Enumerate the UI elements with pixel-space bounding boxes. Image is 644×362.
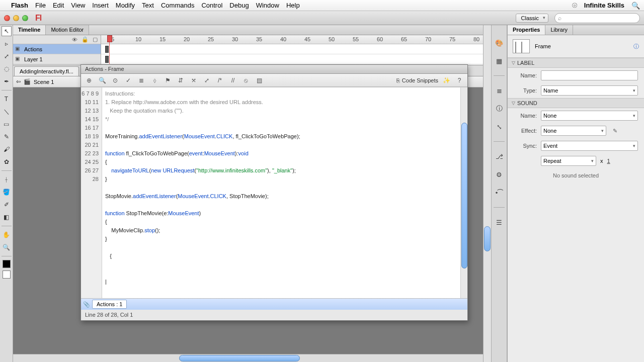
text-tool[interactable]: T (2, 94, 12, 104)
zoom-tool[interactable]: 🔍 (2, 242, 12, 252)
info-panel-icon[interactable]: ⓘ (494, 103, 505, 114)
align-panel-icon[interactable]: ≣ (494, 85, 505, 96)
pin-icon[interactable]: 📎 (83, 301, 90, 308)
scene-name[interactable]: Scene 1 (34, 79, 54, 85)
check-syntax-icon[interactable]: ✓ (123, 75, 133, 85)
frames-column[interactable]: 51015202530354045505560657075808590 (101, 35, 483, 65)
code-vertical-scrollbar[interactable] (460, 87, 467, 298)
expand-all-icon[interactable]: ⤢ (202, 75, 212, 85)
menu-text[interactable]: Text (142, 2, 154, 9)
sound-name-select[interactable]: None (541, 111, 638, 121)
menu-window[interactable]: Window (256, 2, 279, 9)
menu-debug[interactable]: Debug (229, 2, 249, 9)
sound-effect-select[interactable]: None (541, 126, 606, 136)
bone-tool[interactable]: ⟊ (2, 174, 12, 185)
menu-edit[interactable]: Edit (53, 2, 64, 9)
deco-tool[interactable]: ✿ (2, 157, 12, 167)
menu-view[interactable]: View (71, 2, 85, 9)
collapse-selection-icon[interactable]: ⤧ (189, 75, 199, 85)
help-icon[interactable]: ⓘ (633, 43, 639, 50)
account-name[interactable]: Infinite Skills (584, 2, 624, 9)
menu-control[interactable]: Control (201, 2, 222, 9)
wifi-icon[interactable]: ⦾ (572, 2, 577, 10)
selection-tool[interactable]: ↖ (2, 26, 12, 36)
color-panel-icon[interactable]: 🎨 (494, 37, 505, 48)
tab-timeline[interactable]: Timeline (13, 25, 46, 35)
layer-actions[interactable]: ▣Actions (13, 44, 101, 54)
sound-repeat-select[interactable]: Repeat (541, 156, 596, 166)
repeat-count-input[interactable]: 1 (607, 158, 610, 164)
fill-color-swatch[interactable] (3, 270, 11, 279)
close-window-button[interactable] (4, 15, 10, 21)
vertical-scrollbar[interactable] (483, 25, 491, 362)
label-type-select[interactable]: Name (541, 85, 638, 96)
debug-options-icon[interactable]: ⚑ (163, 75, 173, 85)
minimize-window-button[interactable] (13, 15, 19, 21)
lasso-tool[interactable]: ◌ (2, 64, 12, 74)
frames-row-layer1[interactable] (101, 54, 483, 64)
help-search-input[interactable] (554, 13, 640, 23)
motion-presets-icon[interactable]: •⁀ (494, 187, 505, 198)
pen-tool[interactable]: ✒ (2, 76, 12, 86)
rectangle-tool[interactable]: ▭ (2, 119, 12, 129)
scrollbar-thumb[interactable] (461, 123, 467, 268)
transform-panel-icon[interactable]: ⤡ (494, 121, 505, 132)
auto-format-icon[interactable]: ≣ (136, 75, 146, 85)
lock-icon[interactable]: 🔒 (82, 36, 89, 43)
free-transform-tool[interactable]: ⤢ (2, 51, 12, 61)
zoom-window-button[interactable] (22, 15, 28, 21)
actions-panel-title[interactable]: Actions - Frame (81, 65, 467, 74)
keyframe[interactable] (105, 56, 109, 63)
sound-sync-select[interactable]: Event (541, 141, 638, 151)
apply-line-comment-icon[interactable]: // (228, 75, 238, 85)
scrollbar-thumb[interactable] (484, 226, 491, 251)
project-panel-icon[interactable]: ☰ (494, 217, 505, 228)
paint-bucket-tool[interactable]: 🪣 (2, 187, 12, 197)
horizontal-scrollbar[interactable] (13, 354, 483, 362)
timeline-ruler[interactable]: 51015202530354045505560657075808590 (101, 35, 483, 44)
workspace-switcher[interactable]: Classic (516, 14, 548, 23)
label-name-input[interactable] (541, 70, 638, 80)
back-icon[interactable]: ⇦ (16, 78, 21, 85)
script-tab[interactable]: Actions : 1 (92, 300, 127, 309)
spotlight-icon[interactable]: 🔍 (631, 2, 640, 10)
eye-icon[interactable]: 👁 (72, 37, 77, 43)
layer-1[interactable]: ▣Layer 1 (13, 54, 101, 64)
tab-motion-editor[interactable]: Motion Editor (46, 25, 89, 35)
menu-insert[interactable]: Insert (92, 2, 109, 9)
brush-tool[interactable]: 🖌 (2, 144, 12, 154)
menu-file[interactable]: File (35, 2, 46, 9)
menu-modify[interactable]: Modify (116, 2, 135, 9)
hand-tool[interactable]: ✋ (2, 230, 12, 240)
help-icon[interactable]: ? (454, 75, 464, 85)
keyframe[interactable] (105, 46, 109, 53)
remove-comment-icon[interactable]: ⦸ (241, 75, 251, 85)
apply-block-comment-icon[interactable]: /* (215, 75, 225, 85)
tab-library[interactable]: Library (545, 25, 573, 35)
scrollbar-thumb[interactable] (179, 355, 300, 361)
eraser-tool[interactable]: ◧ (2, 212, 12, 222)
add-script-icon[interactable]: ⊕ (84, 75, 94, 85)
code-snippets-icon[interactable]: ⎇ (494, 151, 505, 162)
menu-help[interactable]: Help (286, 2, 300, 9)
line-tool[interactable]: ＼ (2, 107, 12, 117)
section-label[interactable]: ▽LABEL (508, 58, 644, 68)
components-panel-icon[interactable]: ⚙ (494, 169, 505, 180)
code-editor[interactable]: 6 7 8 9 10 11 12 13 14 15 16 17 18 19 20… (81, 87, 467, 298)
swatches-panel-icon[interactable]: ▦ (494, 55, 505, 66)
code-snippets-button[interactable]: ⎘Code Snippets (396, 77, 438, 83)
show-hide-toolbox-icon[interactable]: ▤ (254, 75, 264, 85)
show-codehint-icon[interactable]: ⎀ (149, 75, 159, 85)
outline-icon[interactable]: ▢ (93, 36, 98, 43)
stroke-color-swatch[interactable] (3, 260, 11, 268)
pencil-tool[interactable]: ✎ (2, 132, 12, 142)
section-sound[interactable]: ▽SOUND (508, 98, 644, 108)
insert-target-icon[interactable]: ⊙ (110, 75, 120, 85)
subselection-tool[interactable]: ▹ (2, 39, 12, 49)
eyedropper-tool[interactable]: ✐ (2, 200, 12, 210)
collapse-between-icon[interactable]: ⇵ (176, 75, 186, 85)
code-area[interactable]: Instructions: 1. Replace http://www.adob… (102, 87, 460, 298)
document-tab[interactable]: AddingInteractivity.fl... (14, 66, 79, 76)
find-icon[interactable]: 🔍 (97, 75, 107, 85)
edit-effect-icon[interactable]: ✎ (610, 126, 619, 135)
